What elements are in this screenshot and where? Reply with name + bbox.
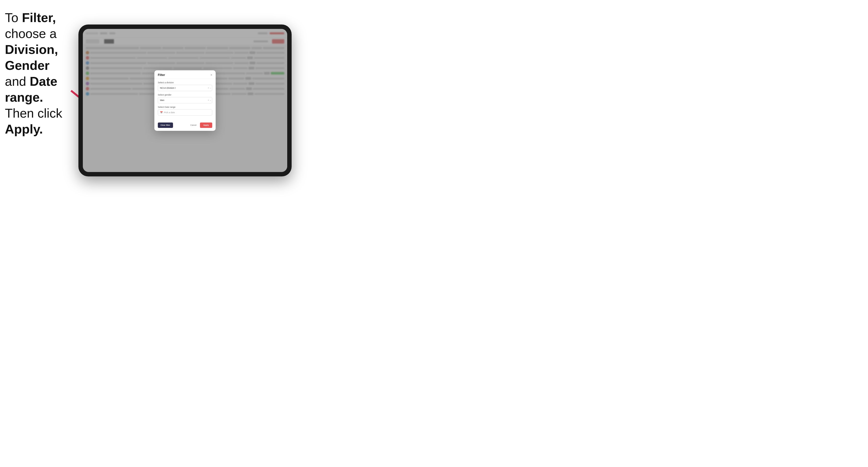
date-form-group: Select Date range 📅 Pick a date: [158, 106, 212, 116]
apply-button[interactable]: Apply: [200, 123, 212, 128]
modal-body: Select a division NCAA Division I × ⌄: [154, 79, 216, 121]
filter-modal: Filter × Select a division NCAA Division…: [154, 70, 216, 131]
date-placeholder: Pick a date: [164, 111, 175, 114]
date-range-bold: Date range.: [5, 74, 57, 104]
calendar-icon: 📅: [160, 111, 163, 114]
filter-bold: Filter,: [22, 10, 56, 25]
division-label: Select a division: [158, 81, 212, 84]
apply-bold: Apply.: [5, 122, 43, 136]
gender-select-wrapper: Men × ⌄: [158, 97, 212, 103]
cancel-button[interactable]: Cancel: [188, 123, 199, 128]
date-label: Select Date range: [158, 106, 212, 108]
modal-title: Filter: [158, 73, 165, 77]
modal-overlay: Filter × Select a division NCAA Division…: [83, 29, 287, 172]
gender-label: Select gender: [158, 94, 212, 96]
date-input[interactable]: 📅 Pick a date: [158, 109, 212, 116]
clear-filter-button[interactable]: Clear filter: [158, 123, 173, 128]
tablet-frame: Filter × Select a division NCAA Division…: [79, 25, 291, 177]
modal-header: Filter ×: [154, 70, 216, 79]
division-form-group: Select a division NCAA Division I × ⌄: [158, 81, 212, 91]
division-select-wrapper: NCAA Division I × ⌄: [158, 85, 212, 91]
modal-footer: Clear filter Cancel Apply: [154, 121, 216, 131]
modal-close-button[interactable]: ×: [211, 73, 212, 76]
tablet-screen: Filter × Select a division NCAA Division…: [83, 29, 287, 172]
division-gender-bold: Division, Gender: [5, 42, 58, 72]
gender-form-group: Select gender Men × ⌄: [158, 94, 212, 103]
division-select[interactable]: NCAA Division I: [158, 85, 212, 91]
gender-select[interactable]: Men: [158, 97, 212, 103]
instruction-text: To Filter, choose a Division, Gender and…: [5, 10, 81, 137]
footer-right-actions: Cancel Apply: [188, 123, 212, 128]
